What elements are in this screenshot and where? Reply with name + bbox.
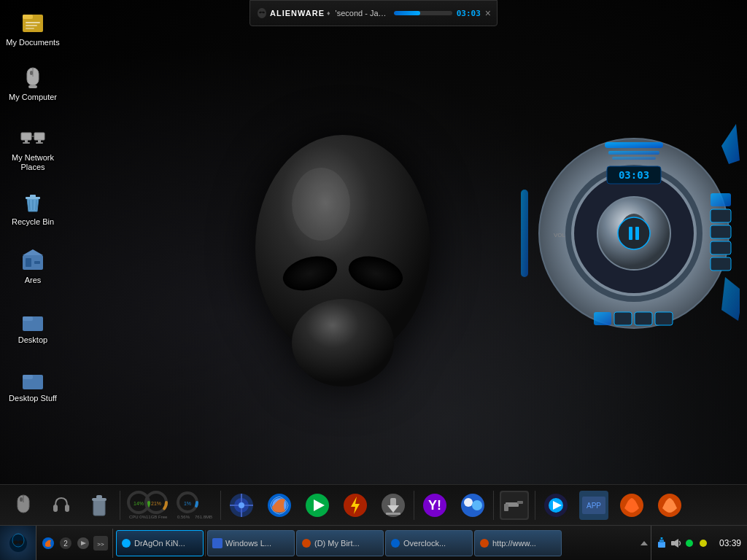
svg-point-141 xyxy=(700,540,707,547)
dock-app-wmp[interactable] xyxy=(538,488,573,523)
icon-desktop[interactable]: Desktop xyxy=(0,305,66,348)
svg-rect-138 xyxy=(671,541,675,545)
media-progress-bar[interactable] xyxy=(394,11,452,15)
svg-rect-57 xyxy=(34,261,40,264)
svg-rect-14 xyxy=(612,157,656,160)
my-network-places-label: My Network Places xyxy=(3,153,63,172)
dock-app-misc3[interactable] xyxy=(652,488,687,523)
icon-my-documents[interactable]: My Documents xyxy=(0,7,66,50)
start-button[interactable] xyxy=(0,526,36,561)
svg-rect-35 xyxy=(26,22,40,23)
svg-rect-99 xyxy=(386,513,400,515)
taskbar-program-overclock[interactable]: Overclock... xyxy=(385,530,473,556)
svg-text:APP: APP xyxy=(587,502,601,510)
svg-rect-47 xyxy=(36,142,43,144)
svg-point-137 xyxy=(660,537,662,540)
program-label: DrAgOn KiN... xyxy=(134,539,185,548)
svg-point-4 xyxy=(292,168,350,241)
dock-mouse-icon[interactable] xyxy=(6,488,41,523)
tray-network-icon[interactable] xyxy=(656,537,667,549)
dock-app-misc2[interactable] xyxy=(614,488,649,523)
svg-rect-43 xyxy=(25,140,28,142)
recycle-bin-label: Recycle Bin xyxy=(12,217,54,227)
svg-point-103 xyxy=(464,498,473,507)
taskbar-program-dragon[interactable]: DrAgOn KiN... xyxy=(116,530,204,556)
dock-cpu-meter[interactable]: 14% 21% CPU 0% 11GB Free xyxy=(123,488,171,523)
dock-app-yahoo[interactable]: Y! xyxy=(417,488,452,523)
svg-point-27 xyxy=(618,217,650,249)
taskbar-program-http[interactable]: http://www... xyxy=(474,530,562,556)
desktop-stuff-icon xyxy=(20,366,46,392)
dock-app-thunder[interactable] xyxy=(338,488,373,523)
my-network-places-icon xyxy=(20,125,46,152)
dock-ram-meter[interactable]: 1% 0.56% 761.8MB xyxy=(174,488,217,523)
recycle-bin-icon xyxy=(20,190,46,216)
media-player-widget[interactable]: 03:03 VOL xyxy=(514,88,740,365)
svg-rect-19 xyxy=(711,225,731,238)
dock-app-messenger[interactable] xyxy=(455,488,490,523)
svg-point-129 xyxy=(122,539,131,548)
dock-separator-3 xyxy=(414,491,414,520)
svg-marker-32 xyxy=(721,277,740,321)
icon-ares[interactable]: Ares xyxy=(0,245,66,288)
svg-rect-28 xyxy=(629,227,632,240)
ares-label: Ares xyxy=(25,276,42,285)
icon-desktop-stuff[interactable]: Desktop Stuff xyxy=(0,363,66,406)
svg-rect-34 xyxy=(23,15,33,19)
ql-icon3[interactable] xyxy=(76,536,90,551)
svg-rect-135 xyxy=(658,542,665,548)
taskbar-program-windows[interactable]: Windows L... xyxy=(207,530,295,556)
dock-app-firefox[interactable] xyxy=(262,488,297,523)
svg-rect-136 xyxy=(659,540,664,542)
dock-app-misc1[interactable]: APP xyxy=(576,488,611,523)
media-bar[interactable]: ALIENWARE ♦ 'second - Jamelia - Supersta… xyxy=(249,0,498,26)
svg-rect-13 xyxy=(608,151,659,155)
svg-point-118 xyxy=(9,534,27,552)
svg-rect-12 xyxy=(605,142,663,148)
taskbar-clock[interactable]: 03:39 xyxy=(713,538,747,548)
svg-rect-23 xyxy=(594,312,611,325)
svg-point-104 xyxy=(472,500,482,510)
dock-app-satellite[interactable] xyxy=(224,488,259,523)
dock-headphone-icon[interactable] xyxy=(44,488,79,523)
media-close-button[interactable]: × xyxy=(485,7,491,19)
my-computer-icon xyxy=(20,65,46,91)
dock-app-play[interactable] xyxy=(300,488,335,523)
dock-system-icon[interactable] xyxy=(82,488,117,523)
dock-bar: 14% 21% CPU 0% 11GB Free 1% 0.56% 761.8M… xyxy=(0,484,747,525)
svg-rect-20 xyxy=(711,241,731,254)
program-label: http://www... xyxy=(492,539,536,548)
svg-marker-134 xyxy=(640,541,648,545)
svg-rect-56 xyxy=(26,258,31,267)
tray-yellow-dot[interactable] xyxy=(697,537,709,549)
svg-rect-17 xyxy=(711,193,731,206)
svg-text:11GB Free: 11GB Free xyxy=(146,515,168,519)
ql-icon4[interactable]: >> xyxy=(93,536,108,551)
ql-firefox[interactable] xyxy=(41,536,55,551)
ql-icon2[interactable]: 2 xyxy=(58,536,73,551)
svg-point-1 xyxy=(292,299,394,386)
desktop-folder-icon xyxy=(20,308,46,334)
svg-text:VOL: VOL xyxy=(554,232,566,238)
svg-point-140 xyxy=(686,540,693,547)
svg-rect-18 xyxy=(711,209,731,222)
svg-rect-59 xyxy=(23,316,33,321)
tray-expand[interactable] xyxy=(638,540,651,547)
svg-text:>>: >> xyxy=(97,541,104,548)
svg-rect-22 xyxy=(521,190,528,277)
dock-app-download[interactable] xyxy=(376,488,411,523)
icon-my-network-places[interactable]: My Network Places xyxy=(0,122,66,175)
taskbar-program-birth[interactable]: (D) My Birt... xyxy=(296,530,384,556)
program-label: (D) My Birt... xyxy=(314,539,360,548)
dock-app-cs[interactable] xyxy=(497,488,532,523)
svg-text:03:03: 03:03 xyxy=(619,169,649,181)
brand-label: ALIENWARE xyxy=(270,9,325,18)
tray-green-dot[interactable] xyxy=(684,537,695,549)
tray-sound-icon[interactable] xyxy=(670,537,681,549)
quick-launch-area: 2 >> xyxy=(36,529,113,558)
icon-recycle-bin[interactable]: Recycle Bin xyxy=(0,187,66,230)
svg-rect-69 xyxy=(65,505,69,512)
svg-text:2: 2 xyxy=(63,540,68,548)
svg-rect-25 xyxy=(635,312,652,325)
icon-my-computer[interactable]: My Computer xyxy=(0,62,66,105)
